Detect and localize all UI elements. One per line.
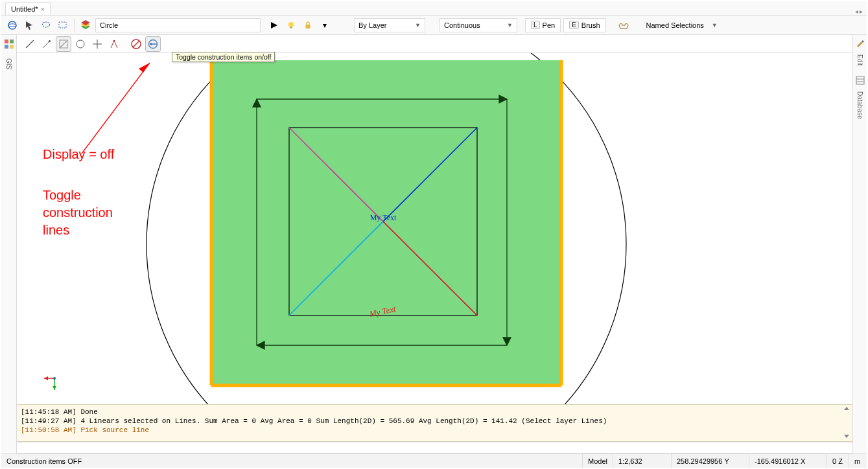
annotation-lines: lines — [43, 223, 69, 238]
snap-endpoint-icon[interactable] — [22, 36, 38, 52]
annotation-toggle: Toggle — [43, 188, 81, 203]
document-tab[interactable]: Untitled* × — [5, 2, 51, 15]
svg-point-0 — [8, 21, 16, 29]
snap-perpendicular-icon[interactable] — [56, 36, 71, 52]
gis-panel-label[interactable]: GIS — [5, 58, 12, 69]
svg-point-19 — [113, 40, 115, 41]
object-type-value: Circle — [100, 21, 118, 29]
named-selections-dropdown[interactable]: Named Selections ▼ — [642, 18, 727, 32]
lasso-select-icon[interactable] — [39, 18, 53, 32]
svg-point-4 — [288, 22, 294, 27]
svg-marker-40 — [844, 435, 849, 438]
layer-stack-icon[interactable] — [78, 18, 93, 32]
pen-button[interactable]: L Pen — [525, 18, 561, 32]
svg-line-11 — [26, 40, 34, 48]
toolbar-dropdown-icon[interactable]: ▾ — [318, 18, 332, 32]
svg-rect-7 — [5, 40, 8, 43]
linestyle-value: Continuous — [444, 21, 480, 29]
svg-marker-35 — [44, 376, 48, 380]
clear-snaps-icon[interactable] — [128, 36, 144, 52]
svg-marker-37 — [53, 386, 56, 390]
database-panel-icon[interactable] — [854, 74, 866, 86]
svg-line-14 — [60, 40, 67, 48]
log-scrollbar[interactable] — [842, 406, 851, 440]
named-selections-label: Named Selections — [646, 21, 704, 29]
tab-prev-icon[interactable]: ◂ — [855, 8, 858, 15]
svg-point-1 — [8, 23, 16, 26]
snap-center-icon[interactable] — [89, 36, 105, 52]
status-message: Construction items OFF — [1, 454, 582, 468]
log-line: [11:50:58 AM] Pick source line — [21, 426, 849, 435]
status-coord-y: 258.29429956 Y — [671, 454, 749, 468]
svg-marker-39 — [844, 407, 849, 410]
tab-next-icon[interactable]: ▸ — [860, 8, 863, 15]
axis-gizmo — [43, 367, 69, 393]
log-line: [11:49:27 AM] 4 Linears selected on Line… — [21, 417, 849, 426]
document-tabstrip: Untitled* × ◂ ▸ — [1, 1, 867, 16]
linestyle-select[interactable]: Continuous ▼ — [440, 18, 517, 32]
color-by-value: By Layer — [358, 21, 386, 29]
status-coord-z: 0 Z — [827, 454, 849, 468]
svg-point-38 — [53, 377, 56, 380]
main-toolbar: Circle ▾ By Layer ▼ Continuous ▼ L Pen E — [1, 16, 867, 35]
svg-rect-5 — [290, 27, 292, 28]
database-panel-label[interactable]: Database — [856, 91, 863, 119]
status-coord-x: -165.4916012 X — [749, 454, 827, 468]
status-bar: Construction items OFF Model 1:2,632 258… — [1, 453, 867, 468]
brush-button[interactable]: E Brush — [563, 18, 605, 32]
svg-rect-9 — [5, 45, 8, 49]
svg-rect-6 — [306, 25, 311, 29]
svg-point-23 — [150, 43, 152, 45]
lightbulb-icon[interactable] — [284, 18, 298, 32]
edit-panel-icon[interactable] — [854, 38, 866, 49]
annotation-display-off: Display = off — [43, 147, 114, 162]
svg-point-16 — [76, 40, 84, 48]
flag-mono-icon[interactable] — [267, 18, 281, 32]
status-units: m — [849, 454, 867, 468]
snap-point-icon[interactable] — [39, 36, 54, 52]
tooltip: Toggle construction items on/off — [172, 52, 275, 62]
gis-panel-icon[interactable] — [3, 38, 16, 51]
status-model[interactable]: Model — [582, 454, 613, 468]
hand-tool-icon[interactable] — [616, 18, 631, 32]
snap-toolbar: Toggle construction items on/off — [17, 35, 852, 53]
right-sidebar: Edit Database — [852, 35, 867, 453]
svg-rect-10 — [10, 45, 14, 49]
green-rect — [211, 60, 561, 385]
canvas-text-center: My Text — [370, 213, 397, 222]
box-select-icon[interactable] — [56, 18, 70, 32]
svg-rect-41 — [856, 76, 864, 84]
svg-rect-8 — [10, 40, 14, 43]
orbit-tool-icon[interactable] — [5, 18, 19, 32]
svg-rect-3 — [59, 22, 66, 28]
color-by-select[interactable]: By Layer ▼ — [354, 18, 425, 32]
pointer-tool-icon[interactable] — [22, 18, 36, 32]
svg-marker-33 — [139, 63, 150, 73]
annotation-arrow — [82, 63, 150, 154]
drawing-canvas[interactable]: My Text My Text Display = off Toggle con… — [17, 53, 852, 404]
svg-point-13 — [49, 40, 51, 41]
toggle-construction-icon[interactable] — [145, 36, 161, 52]
object-type-field[interactable]: Circle — [95, 18, 261, 32]
status-scale[interactable]: 1:2,632 — [613, 454, 671, 468]
annotation-construction: construction — [43, 205, 113, 220]
command-input[interactable] — [17, 442, 852, 453]
svg-line-21 — [133, 41, 139, 47]
svg-line-12 — [43, 41, 49, 48]
snap-tangent-icon[interactable] — [73, 36, 88, 52]
log-line: [11:45:18 AM] Done — [21, 407, 849, 417]
svg-point-2 — [43, 22, 50, 27]
left-sidebar: GIS — [1, 35, 17, 453]
close-tab-icon[interactable]: × — [41, 5, 45, 13]
document-tab-title: Untitled* — [11, 5, 38, 13]
edit-panel-label[interactable]: Edit — [856, 54, 863, 65]
snap-nearest-icon[interactable] — [106, 36, 122, 52]
log-panel: [11:45:18 AM] Done [11:49:27 AM] 4 Linea… — [17, 404, 852, 442]
lock-icon[interactable] — [301, 18, 315, 32]
